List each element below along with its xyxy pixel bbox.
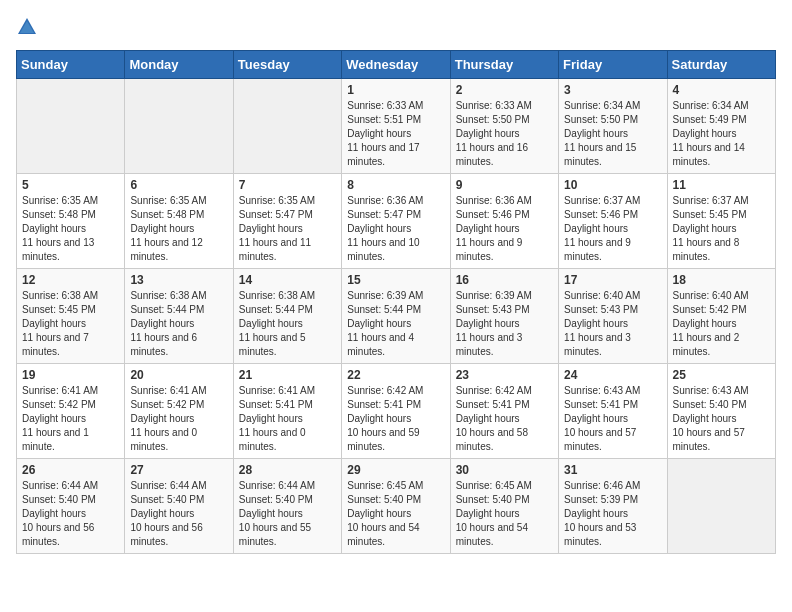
day-info: Sunrise: 6:33 AMSunset: 5:51 PMDaylight … [347, 99, 444, 169]
day-number: 16 [456, 273, 553, 287]
calendar-cell: 27Sunrise: 6:44 AMSunset: 5:40 PMDayligh… [125, 459, 233, 554]
day-info: Sunrise: 6:44 AMSunset: 5:40 PMDaylight … [22, 479, 119, 549]
day-number: 20 [130, 368, 227, 382]
calendar-cell: 4Sunrise: 6:34 AMSunset: 5:49 PMDaylight… [667, 79, 775, 174]
calendar-cell: 30Sunrise: 6:45 AMSunset: 5:40 PMDayligh… [450, 459, 558, 554]
calendar-week-row: 19Sunrise: 6:41 AMSunset: 5:42 PMDayligh… [17, 364, 776, 459]
day-info: Sunrise: 6:39 AMSunset: 5:44 PMDaylight … [347, 289, 444, 359]
day-info: Sunrise: 6:44 AMSunset: 5:40 PMDaylight … [130, 479, 227, 549]
day-number: 24 [564, 368, 661, 382]
day-number: 9 [456, 178, 553, 192]
day-info: Sunrise: 6:34 AMSunset: 5:49 PMDaylight … [673, 99, 770, 169]
day-info: Sunrise: 6:36 AMSunset: 5:46 PMDaylight … [456, 194, 553, 264]
calendar-week-row: 1Sunrise: 6:33 AMSunset: 5:51 PMDaylight… [17, 79, 776, 174]
day-info: Sunrise: 6:33 AMSunset: 5:50 PMDaylight … [456, 99, 553, 169]
weekday-header-friday: Friday [559, 51, 667, 79]
calendar-cell [667, 459, 775, 554]
day-number: 31 [564, 463, 661, 477]
day-info: Sunrise: 6:38 AMSunset: 5:45 PMDaylight … [22, 289, 119, 359]
day-number: 13 [130, 273, 227, 287]
weekday-header-thursday: Thursday [450, 51, 558, 79]
logo [16, 16, 42, 38]
calendar-week-row: 12Sunrise: 6:38 AMSunset: 5:45 PMDayligh… [17, 269, 776, 364]
calendar-header: SundayMondayTuesdayWednesdayThursdayFrid… [17, 51, 776, 79]
day-number: 10 [564, 178, 661, 192]
calendar-cell: 9Sunrise: 6:36 AMSunset: 5:46 PMDaylight… [450, 174, 558, 269]
calendar-table: SundayMondayTuesdayWednesdayThursdayFrid… [16, 50, 776, 554]
weekday-header-sunday: Sunday [17, 51, 125, 79]
day-number: 2 [456, 83, 553, 97]
calendar-cell: 7Sunrise: 6:35 AMSunset: 5:47 PMDaylight… [233, 174, 341, 269]
day-info: Sunrise: 6:43 AMSunset: 5:40 PMDaylight … [673, 384, 770, 454]
calendar-cell: 17Sunrise: 6:40 AMSunset: 5:43 PMDayligh… [559, 269, 667, 364]
day-number: 15 [347, 273, 444, 287]
day-info: Sunrise: 6:37 AMSunset: 5:46 PMDaylight … [564, 194, 661, 264]
calendar-cell: 21Sunrise: 6:41 AMSunset: 5:41 PMDayligh… [233, 364, 341, 459]
day-info: Sunrise: 6:41 AMSunset: 5:41 PMDaylight … [239, 384, 336, 454]
day-number: 23 [456, 368, 553, 382]
calendar-cell: 22Sunrise: 6:42 AMSunset: 5:41 PMDayligh… [342, 364, 450, 459]
logo-icon [16, 16, 38, 38]
calendar-cell: 26Sunrise: 6:44 AMSunset: 5:40 PMDayligh… [17, 459, 125, 554]
calendar-cell: 12Sunrise: 6:38 AMSunset: 5:45 PMDayligh… [17, 269, 125, 364]
day-number: 28 [239, 463, 336, 477]
calendar-cell: 25Sunrise: 6:43 AMSunset: 5:40 PMDayligh… [667, 364, 775, 459]
calendar-week-row: 26Sunrise: 6:44 AMSunset: 5:40 PMDayligh… [17, 459, 776, 554]
day-number: 26 [22, 463, 119, 477]
calendar-cell: 18Sunrise: 6:40 AMSunset: 5:42 PMDayligh… [667, 269, 775, 364]
day-number: 5 [22, 178, 119, 192]
day-info: Sunrise: 6:37 AMSunset: 5:45 PMDaylight … [673, 194, 770, 264]
day-number: 1 [347, 83, 444, 97]
day-info: Sunrise: 6:38 AMSunset: 5:44 PMDaylight … [239, 289, 336, 359]
day-info: Sunrise: 6:46 AMSunset: 5:39 PMDaylight … [564, 479, 661, 549]
calendar-cell: 8Sunrise: 6:36 AMSunset: 5:47 PMDaylight… [342, 174, 450, 269]
calendar-cell: 11Sunrise: 6:37 AMSunset: 5:45 PMDayligh… [667, 174, 775, 269]
calendar-cell: 2Sunrise: 6:33 AMSunset: 5:50 PMDaylight… [450, 79, 558, 174]
day-number: 27 [130, 463, 227, 477]
day-info: Sunrise: 6:35 AMSunset: 5:48 PMDaylight … [22, 194, 119, 264]
calendar-cell: 19Sunrise: 6:41 AMSunset: 5:42 PMDayligh… [17, 364, 125, 459]
day-info: Sunrise: 6:36 AMSunset: 5:47 PMDaylight … [347, 194, 444, 264]
day-number: 7 [239, 178, 336, 192]
day-number: 18 [673, 273, 770, 287]
day-info: Sunrise: 6:40 AMSunset: 5:42 PMDaylight … [673, 289, 770, 359]
calendar-cell: 10Sunrise: 6:37 AMSunset: 5:46 PMDayligh… [559, 174, 667, 269]
day-number: 29 [347, 463, 444, 477]
weekday-header-tuesday: Tuesday [233, 51, 341, 79]
calendar-cell: 28Sunrise: 6:44 AMSunset: 5:40 PMDayligh… [233, 459, 341, 554]
calendar-cell: 15Sunrise: 6:39 AMSunset: 5:44 PMDayligh… [342, 269, 450, 364]
day-number: 11 [673, 178, 770, 192]
calendar-cell: 31Sunrise: 6:46 AMSunset: 5:39 PMDayligh… [559, 459, 667, 554]
calendar-cell: 20Sunrise: 6:41 AMSunset: 5:42 PMDayligh… [125, 364, 233, 459]
day-number: 30 [456, 463, 553, 477]
day-info: Sunrise: 6:43 AMSunset: 5:41 PMDaylight … [564, 384, 661, 454]
day-number: 6 [130, 178, 227, 192]
day-number: 19 [22, 368, 119, 382]
day-info: Sunrise: 6:35 AMSunset: 5:47 PMDaylight … [239, 194, 336, 264]
calendar-cell: 23Sunrise: 6:42 AMSunset: 5:41 PMDayligh… [450, 364, 558, 459]
day-number: 3 [564, 83, 661, 97]
calendar-cell: 6Sunrise: 6:35 AMSunset: 5:48 PMDaylight… [125, 174, 233, 269]
day-info: Sunrise: 6:40 AMSunset: 5:43 PMDaylight … [564, 289, 661, 359]
day-info: Sunrise: 6:34 AMSunset: 5:50 PMDaylight … [564, 99, 661, 169]
day-number: 12 [22, 273, 119, 287]
weekday-header-monday: Monday [125, 51, 233, 79]
calendar-cell: 1Sunrise: 6:33 AMSunset: 5:51 PMDaylight… [342, 79, 450, 174]
calendar-cell: 5Sunrise: 6:35 AMSunset: 5:48 PMDaylight… [17, 174, 125, 269]
calendar-cell [17, 79, 125, 174]
weekday-header-saturday: Saturday [667, 51, 775, 79]
calendar-week-row: 5Sunrise: 6:35 AMSunset: 5:48 PMDaylight… [17, 174, 776, 269]
day-info: Sunrise: 6:45 AMSunset: 5:40 PMDaylight … [347, 479, 444, 549]
day-info: Sunrise: 6:41 AMSunset: 5:42 PMDaylight … [130, 384, 227, 454]
day-info: Sunrise: 6:45 AMSunset: 5:40 PMDaylight … [456, 479, 553, 549]
calendar-cell: 14Sunrise: 6:38 AMSunset: 5:44 PMDayligh… [233, 269, 341, 364]
day-number: 21 [239, 368, 336, 382]
calendar-body: 1Sunrise: 6:33 AMSunset: 5:51 PMDaylight… [17, 79, 776, 554]
calendar-cell: 3Sunrise: 6:34 AMSunset: 5:50 PMDaylight… [559, 79, 667, 174]
calendar-cell: 16Sunrise: 6:39 AMSunset: 5:43 PMDayligh… [450, 269, 558, 364]
day-number: 25 [673, 368, 770, 382]
calendar-cell [233, 79, 341, 174]
day-info: Sunrise: 6:42 AMSunset: 5:41 PMDaylight … [456, 384, 553, 454]
calendar-cell [125, 79, 233, 174]
day-info: Sunrise: 6:38 AMSunset: 5:44 PMDaylight … [130, 289, 227, 359]
